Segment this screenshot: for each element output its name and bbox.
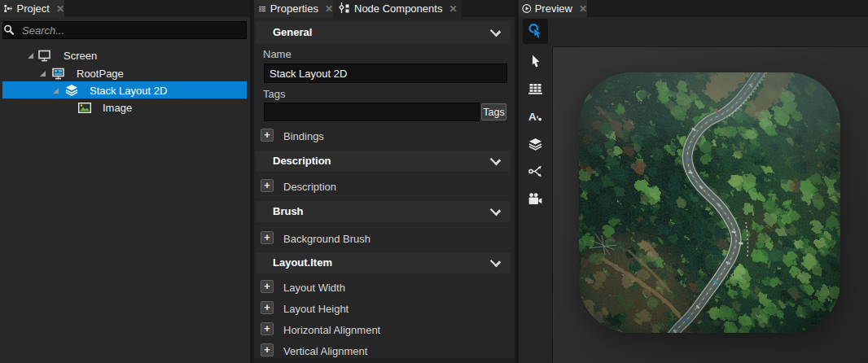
svg-text:A: A (528, 111, 537, 123)
